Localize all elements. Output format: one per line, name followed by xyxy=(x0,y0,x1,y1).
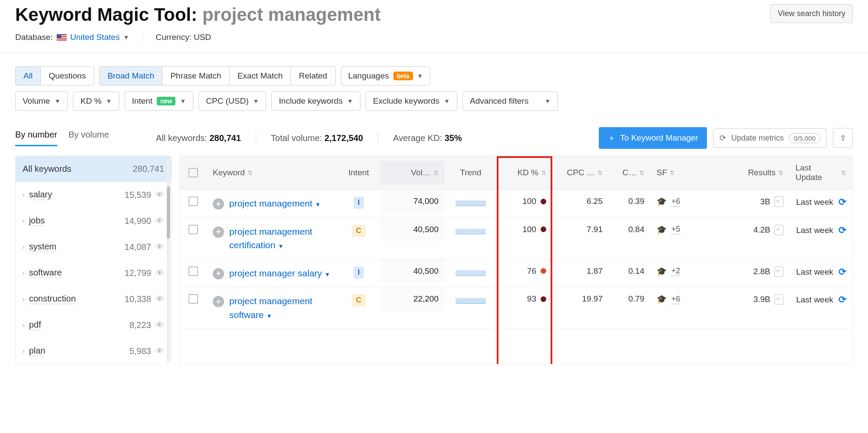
eye-icon[interactable]: 👁 xyxy=(155,268,164,278)
sf-more[interactable]: +6 xyxy=(671,197,680,207)
cell-cd: 0.79 xyxy=(609,287,650,311)
cell-update: Last week xyxy=(796,295,833,305)
intent-badge: C xyxy=(352,225,366,237)
th-keyword[interactable]: Keyword⇅ xyxy=(207,161,337,184)
scrollbar-thumb[interactable] xyxy=(167,187,170,239)
cell-kd: 100 xyxy=(522,197,536,206)
eye-icon[interactable]: 👁 xyxy=(155,242,164,252)
languages-dropdown[interactable]: Languages beta ▼ xyxy=(341,66,431,85)
database-selector[interactable]: Database: United States ▼ xyxy=(15,33,129,42)
sidebar-group-item[interactable]: ›construction 10,338👁 xyxy=(16,286,171,312)
th-kd[interactable]: KD %⇅ xyxy=(497,161,552,184)
tab-by-volume[interactable]: By volume xyxy=(69,130,109,146)
th-intent[interactable]: Intent xyxy=(337,161,380,184)
kd-dot-icon xyxy=(541,226,546,232)
match-broad[interactable]: Broad Match xyxy=(99,66,163,85)
update-metrics-button[interactable]: ⟳ Update metrics 0/5,000 xyxy=(713,128,827,148)
eye-icon[interactable]: 👁 xyxy=(155,216,164,226)
th-cd[interactable]: C…⇅ xyxy=(609,161,650,184)
cell-volume: 40,500 xyxy=(380,259,445,283)
row-checkbox[interactable] xyxy=(188,225,198,234)
cell-cd: 0.39 xyxy=(609,190,650,213)
to-keyword-manager-button[interactable]: ＋ To Keyword Manager xyxy=(599,127,707,149)
th-trend[interactable]: Trend xyxy=(445,161,497,184)
sf-more[interactable]: +2 xyxy=(671,266,680,276)
view-history-button[interactable]: View search history xyxy=(770,4,853,23)
refresh-icon[interactable]: ⟳ xyxy=(838,225,846,236)
trend-sparkline xyxy=(455,225,486,234)
serp-icon[interactable] xyxy=(775,197,783,207)
eye-icon[interactable]: 👁 xyxy=(155,346,164,356)
chevron-right-icon: › xyxy=(23,348,25,354)
row-checkbox[interactable] xyxy=(188,294,198,304)
filter-cpc[interactable]: CPC (USD)▼ xyxy=(198,92,266,111)
add-keyword-icon[interactable]: + xyxy=(213,198,224,210)
checkbox-all[interactable] xyxy=(188,168,198,177)
serp-feature-icon: 🎓 xyxy=(657,294,667,304)
filter-exclude[interactable]: Exclude keywords▼ xyxy=(366,92,457,111)
trend-sparkline xyxy=(455,197,486,206)
th-update[interactable]: Last Update⇅ xyxy=(789,156,852,189)
th-results[interactable]: Results⇅ xyxy=(707,161,789,184)
serp-icon[interactable] xyxy=(775,266,783,277)
tab-by-number[interactable]: By number xyxy=(15,130,57,146)
cell-kd: 93 xyxy=(527,294,536,304)
sort-icon: ⇅ xyxy=(248,169,253,176)
eye-icon[interactable]: 👁 xyxy=(155,294,164,304)
caret-down-icon[interactable]: ▼ xyxy=(266,313,272,319)
trend-sparkline xyxy=(455,294,486,304)
scope-questions[interactable]: Questions xyxy=(41,66,94,85)
filter-include[interactable]: Include keywords▼ xyxy=(271,92,360,111)
add-keyword-icon[interactable]: + xyxy=(213,226,224,238)
sidebar-group-item[interactable]: ›plan 5,983👁 xyxy=(16,338,171,364)
group-label: system xyxy=(29,242,56,252)
row-checkbox[interactable] xyxy=(188,266,198,276)
filter-volume[interactable]: Volume▼ xyxy=(15,92,68,111)
refresh-icon[interactable]: ⟳ xyxy=(838,266,846,278)
filter-kd[interactable]: KD %▼ xyxy=(73,92,119,111)
cell-results: 4.2B xyxy=(753,225,770,235)
scope-all[interactable]: All xyxy=(15,66,41,85)
caret-down-icon[interactable]: ▼ xyxy=(278,243,284,249)
caret-down-icon[interactable]: ▼ xyxy=(325,271,330,278)
sidebar-all-keywords[interactable]: All keywords 280,741 xyxy=(16,156,171,182)
eye-icon[interactable]: 👁 xyxy=(155,190,164,200)
cell-volume: 74,000 xyxy=(380,190,445,213)
sidebar-group-item[interactable]: ›software 12,799👁 xyxy=(16,260,171,286)
export-button[interactable]: ⇪ xyxy=(833,128,853,148)
keyword-link[interactable]: project manager salary xyxy=(229,268,322,278)
sort-icon: ⇅ xyxy=(597,169,603,176)
keyword-link[interactable]: project management xyxy=(229,198,312,208)
title-prefix: Keyword Magic Tool: xyxy=(15,4,197,25)
divider xyxy=(0,53,868,53)
intent-badge: I xyxy=(353,266,364,279)
keyword-link[interactable]: project management certification xyxy=(229,226,312,250)
filter-intent[interactable]: Intentnew▼ xyxy=(125,92,194,111)
chevron-right-icon: › xyxy=(23,321,25,328)
chevron-down-icon: ▼ xyxy=(54,98,60,105)
th-checkbox[interactable] xyxy=(180,161,207,184)
th-sf[interactable]: SF⇅ xyxy=(650,161,707,184)
sidebar-group-item[interactable]: ›system 14,087👁 xyxy=(16,234,171,260)
eye-icon[interactable]: 👁 xyxy=(155,320,164,330)
th-volume[interactable]: Vol…⇅ xyxy=(380,161,445,184)
row-checkbox[interactable] xyxy=(188,197,198,206)
caret-down-icon[interactable]: ▼ xyxy=(315,201,320,208)
serp-icon[interactable] xyxy=(775,294,783,305)
serp-icon[interactable] xyxy=(775,225,783,235)
add-keyword-icon[interactable]: + xyxy=(213,268,224,279)
sidebar-group-item[interactable]: ›salary 15,539👁 xyxy=(16,182,171,208)
refresh-icon[interactable]: ⟳ xyxy=(838,197,846,208)
sidebar-group-item[interactable]: ›jobs 14,990👁 xyxy=(16,208,171,234)
match-related[interactable]: Related xyxy=(291,66,336,85)
sf-more[interactable]: +5 xyxy=(671,225,680,234)
match-phrase[interactable]: Phrase Match xyxy=(162,66,229,85)
group-count: 8,223 xyxy=(129,320,151,330)
add-keyword-icon[interactable]: + xyxy=(213,296,224,307)
sf-more[interactable]: +6 xyxy=(671,295,680,304)
match-exact[interactable]: Exact Match xyxy=(230,66,291,85)
filter-advanced[interactable]: Advanced filters▼ xyxy=(462,92,558,111)
sidebar-group-item[interactable]: ›pdf 8,223👁 xyxy=(16,312,171,338)
refresh-icon[interactable]: ⟳ xyxy=(838,294,846,305)
th-cpc[interactable]: CPC …⇅ xyxy=(552,161,609,184)
